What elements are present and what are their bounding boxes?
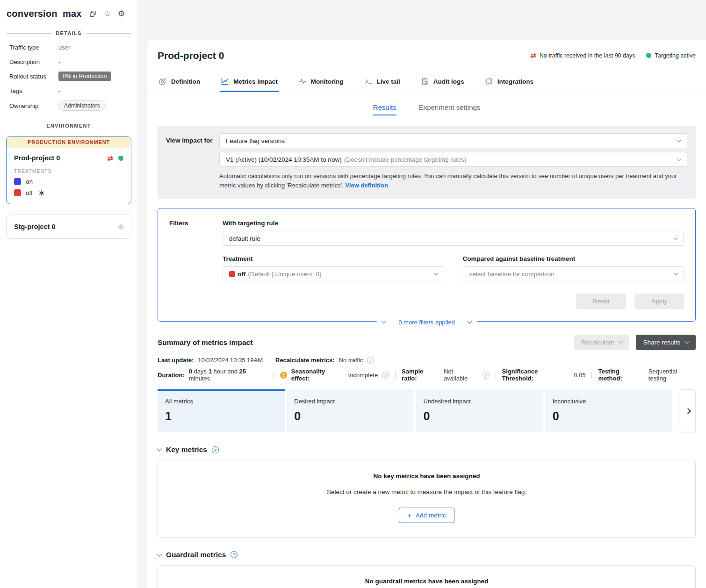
recalculate-button[interactable]: Recalculate xyxy=(574,335,630,350)
card-value: 0 xyxy=(553,409,665,423)
status-indicators: ⇄ No traffic received in the last 90 day… xyxy=(530,50,696,59)
tab-label: Audit logs xyxy=(433,78,464,85)
subtab-experiment-settings[interactable]: Experiment settings xyxy=(419,103,481,115)
version-select[interactable]: V1 (Active) (10/02/2024 10:35AM to now) … xyxy=(219,152,687,167)
duration-minutes: 25 xyxy=(239,368,246,375)
card-value: 0 xyxy=(294,409,406,423)
chevron-down-icon xyxy=(677,137,682,142)
version-value: V1 (Active) (10/02/2024 10:35AM to now) xyxy=(226,156,342,163)
targeting-status-text: Targeting active xyxy=(655,52,696,59)
card-label: Desired impact xyxy=(294,398,406,405)
detail-label: Rollout status xyxy=(9,73,58,80)
empty-state-title: No guardrail metrics have been assigned xyxy=(167,578,686,585)
version-helper-text: Automatic calculations only run on versi… xyxy=(219,172,687,190)
significance-label: Significance Threshold: xyxy=(502,368,570,382)
baseline-select[interactable]: select baseline for comparison xyxy=(463,266,684,281)
tab-live-tail[interactable]: Live tail xyxy=(363,76,401,92)
duration-minutes-word: minutes xyxy=(189,375,210,382)
tab-definition[interactable]: Definition xyxy=(158,76,201,92)
key-metrics-header: Key metrics ? xyxy=(158,445,696,454)
card-all-metrics[interactable]: All metrics 1 xyxy=(158,389,285,432)
tab-audit-logs[interactable]: Audit logs xyxy=(420,76,465,92)
share-results-label: Share results xyxy=(643,339,680,346)
duration-value: 0 days 1 hour and 25 minutes xyxy=(189,368,267,382)
treatment-filter: Treatment off (Default | Unique users: 0… xyxy=(223,255,444,281)
more-filters-label: 0 more filters applied xyxy=(398,319,455,326)
line-chart-icon xyxy=(221,77,229,86)
tab-integrations[interactable]: Integrations xyxy=(484,76,534,92)
cards-next-button[interactable] xyxy=(680,389,696,432)
seasonality-label: Seasonality effect: xyxy=(291,368,344,382)
share-results-button[interactable]: Share results xyxy=(636,335,696,350)
filters-label: Filters xyxy=(169,220,223,309)
empty-state-title: No key metrics have been assigned xyxy=(167,473,686,480)
view-impact-panel: View impact for Feature flag versions V1… xyxy=(158,126,696,199)
environment-header: Prod-project 0 ⇄ No traffic received in … xyxy=(158,50,696,61)
card-undesired-impact[interactable]: Undesired impact 0 xyxy=(416,389,543,432)
treatment-row-on: on xyxy=(14,178,123,185)
no-traffic-icon: ⇄ xyxy=(530,52,536,59)
main-area: Prod-project 0 ⇄ No traffic received in … xyxy=(137,0,706,588)
version-type-value: Feature flag versions xyxy=(226,137,677,144)
info-icon[interactable]: i xyxy=(367,357,374,364)
environment-card-production[interactable]: PRODUCTION ENVIRONMENT Prod-project 0 ⇄ … xyxy=(6,136,131,204)
chevron-down-icon[interactable] xyxy=(157,446,162,452)
pulse-icon xyxy=(298,77,307,86)
help-icon[interactable]: ? xyxy=(231,551,238,558)
card-value: 0 xyxy=(424,409,536,423)
more-filters-toggle[interactable]: 0 more filters applied xyxy=(376,319,477,326)
star-icon[interactable]: ☆ xyxy=(104,10,111,18)
help-icon[interactable]: ? xyxy=(212,446,219,453)
environment-divider: ENVIRONMENT xyxy=(7,123,131,129)
help-icon[interactable]: ? xyxy=(382,372,389,379)
treatment-name: off xyxy=(26,189,33,196)
environment-card-staging[interactable]: Stg-project 0 xyxy=(6,215,131,239)
chevron-down-icon[interactable] xyxy=(157,551,162,556)
copy-icon[interactable] xyxy=(89,10,97,18)
summary-title: Summary of metrics impact xyxy=(158,338,252,347)
recalc-metrics-value: No traffic xyxy=(339,357,363,364)
chevron-down-icon xyxy=(382,319,386,324)
view-definition-link[interactable]: View definition xyxy=(345,182,388,189)
guardrail-metrics-header: Guardrail metrics ? xyxy=(158,551,696,559)
ownership-pill[interactable]: Administrators xyxy=(58,100,106,111)
subtab-results[interactable]: Results xyxy=(373,103,396,115)
separator xyxy=(269,357,269,364)
puzzle-icon xyxy=(485,77,493,86)
card-desired-impact[interactable]: Desired impact 0 xyxy=(287,389,414,432)
last-update-value: 10/02/2024 10:35:19AM xyxy=(198,357,263,364)
targeting-rule-select[interactable]: default rule xyxy=(223,231,684,246)
apply-button[interactable]: Apply xyxy=(634,294,684,309)
key-metrics-empty-panel: No key metrics have been assigned Select… xyxy=(158,460,696,537)
chevron-down-icon xyxy=(674,235,678,240)
significance-value: 0.05 xyxy=(574,372,585,379)
target-icon xyxy=(158,77,167,86)
tab-metrics-impact[interactable]: Metrics impact xyxy=(220,76,279,92)
add-metric-button[interactable]: + Add metric xyxy=(399,508,454,523)
reset-button[interactable]: Reset xyxy=(576,294,626,309)
treatments-label: TREATMENTS xyxy=(14,168,123,174)
chevron-down-icon xyxy=(467,319,472,324)
card-inconclusive[interactable]: Inconclusive 0 xyxy=(545,389,672,432)
help-icon[interactable]: ? xyxy=(483,372,490,379)
gear-icon[interactable]: ⚙ xyxy=(118,10,125,18)
production-environment-body: Prod-project 0 ⇄ TREATMENTS on off xyxy=(7,148,131,204)
tab-monitoring[interactable]: Monitoring xyxy=(297,76,345,92)
version-type-select[interactable]: Feature flag versions xyxy=(219,133,687,148)
summary-meta-row-2: Duration: 0 days 1 hour and 25 minutes !… xyxy=(158,368,696,382)
document-search-icon xyxy=(421,77,429,86)
card-label: Undesired impact xyxy=(424,398,536,405)
traffic-status: ⇄ No traffic received in the last 90 day… xyxy=(530,52,635,59)
targeting-active-dot xyxy=(118,156,123,161)
targeting-status: Targeting active xyxy=(646,52,696,59)
treatment-select[interactable]: off (Default | Unique users: 0) xyxy=(223,266,444,281)
view-impact-label: View impact for xyxy=(166,133,219,190)
testing-method-label: Testing method: xyxy=(598,368,644,382)
results-subtabs: Results Experiment settings xyxy=(158,103,696,115)
targeting-rule-value: default rule xyxy=(229,235,674,242)
baseline-placeholder: select baseline for comparison xyxy=(469,271,675,278)
chevron-down-icon xyxy=(677,156,682,161)
chevron-down-icon xyxy=(685,339,690,344)
last-update-label: Last update: xyxy=(158,357,194,364)
treatment-name: on xyxy=(26,178,33,185)
